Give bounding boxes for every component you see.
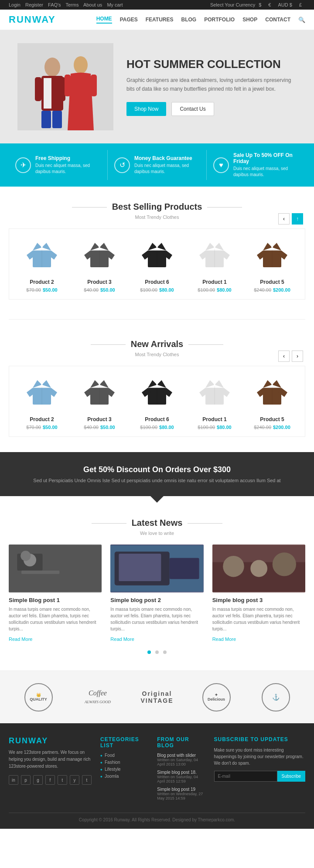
brand-anchor: ⚓: [256, 682, 295, 712]
product-card[interactable]: Product 1$100.00$80.00: [188, 235, 241, 293]
header: RUNWAY HOME PAGES FEATURES BLOG PORTFOLI…: [0, 10, 314, 30]
product-name: Product 2: [16, 416, 68, 422]
news-text-3: In massa turpis omare nec commodo non, a…: [212, 606, 305, 632]
product-price: $100.00$80.00: [188, 287, 241, 293]
new-arrivals-header: New Arrivals Most Trendy Clothes: [9, 339, 305, 357]
top-bar: Login Register FAQ's Terms About us My c…: [0, 0, 314, 10]
nav-features[interactable]: FEATURES: [146, 17, 174, 23]
currency-aud[interactable]: AUD $: [278, 2, 292, 7]
best-selling-subtitle: Most Trendy Clothes: [9, 214, 305, 220]
dot-3[interactable]: [163, 650, 167, 654]
product-name: Product 3: [73, 279, 126, 285]
product-card[interactable]: Product 6$100.00$80.00: [131, 373, 183, 430]
currency-usd[interactable]: $: [259, 2, 261, 7]
register-link[interactable]: Register: [25, 2, 43, 7]
product-card[interactable]: Product 5$240.00$200.00: [246, 235, 298, 293]
next-button[interactable]: ↑: [292, 213, 303, 225]
best-selling-nav: ‹ ↑: [278, 213, 303, 225]
sale-text: Duis nec aliquet massa, sed dapibus maur…: [233, 166, 299, 178]
footer-grid: RUNWAY We are 123store partners. We focu…: [9, 736, 305, 804]
social-youtube[interactable]: y: [70, 775, 79, 785]
news-image-1: [9, 545, 102, 592]
product-card[interactable]: Product 3$40.00$50.00: [73, 235, 126, 293]
svg-rect-88: [119, 554, 161, 581]
subscribe-text: Make sure you dont miss interesting happ…: [214, 747, 305, 766]
product-image: [188, 373, 241, 412]
terms-link[interactable]: Terms: [65, 2, 78, 7]
moneyback-title: Money Back Guarantee: [134, 155, 200, 161]
login-link[interactable]: Login: [9, 2, 20, 7]
news-grid: Simple Blog post 1 In massa turpis omare…: [9, 545, 305, 642]
email-input[interactable]: [214, 771, 277, 782]
hero-content: HOT SUMMER COLLECTION Graphic designers …: [113, 58, 297, 116]
faq-link[interactable]: FAQ's: [48, 2, 61, 7]
product-card[interactable]: Product 6$100.00$80.00: [131, 235, 183, 293]
nav-portfolio[interactable]: PORTFOLIO: [204, 17, 235, 23]
logo-part2: WAY: [32, 14, 56, 25]
product-card[interactable]: Product 3$40.00$50.00: [73, 373, 126, 430]
hero-buttons: Shop Now Contact Us: [126, 102, 297, 116]
currency-gbp[interactable]: £: [299, 2, 302, 7]
nav-pages[interactable]: PAGES: [120, 17, 138, 23]
logo[interactable]: RUNWAY: [9, 14, 56, 25]
product-name: Product 6: [131, 416, 183, 422]
arrivals-next-button[interactable]: ›: [292, 351, 303, 362]
read-more-3[interactable]: Read More: [212, 637, 236, 642]
social-google[interactable]: g: [33, 775, 43, 785]
svg-rect-7: [52, 111, 62, 128]
product-name: Product 2: [16, 279, 68, 285]
product-card[interactable]: Product 2$70.00$50.00: [16, 373, 68, 430]
product-price: $70.00$50.00: [16, 425, 68, 430]
news-title-2: Simple blog post 2: [110, 597, 203, 603]
brand-quality: 👑QUALITY: [19, 682, 58, 712]
news-card-1: Simple Blog post 1 In massa turpis omare…: [9, 545, 102, 642]
social-twitter[interactable]: t: [58, 775, 67, 785]
category-food: Food: [100, 753, 148, 758]
svg-rect-84: [21, 571, 59, 574]
carousel-dots: [9, 649, 305, 655]
footer: RUNWAY We are 123store partners. We focu…: [0, 723, 314, 829]
about-link[interactable]: About us: [83, 2, 102, 7]
product-price: $40.00$50.00: [73, 287, 126, 293]
product-price: $100.00$80.00: [131, 287, 183, 293]
latest-news-subtitle: We love to write: [9, 531, 305, 536]
blog-post-title-2: Simple blog post 18.: [157, 770, 205, 775]
product-image: [188, 235, 241, 275]
social-linkedin[interactable]: in: [9, 775, 18, 785]
product-card[interactable]: Product 2$70.00$50.00: [16, 235, 68, 293]
footer-blog: FROM OUR BLOG Blog post with slider Writ…: [157, 736, 205, 804]
blog-item-3: Simple blog post 19 Written on Wednesday…: [157, 787, 205, 800]
cart-link[interactable]: My cart: [107, 2, 123, 7]
nav-blog[interactable]: BLOG: [181, 17, 197, 23]
hero-image: [17, 43, 113, 130]
subscribe-button[interactable]: Subscribe: [277, 771, 305, 782]
hero-title: HOT SUMMER COLLECTION: [126, 58, 297, 71]
social-pinterest[interactable]: p: [21, 775, 31, 785]
social-tumblr[interactable]: t: [82, 775, 92, 785]
read-more-2[interactable]: Read More: [110, 637, 134, 642]
social-facebook[interactable]: f: [45, 775, 55, 785]
search-icon[interactable]: 🔍: [298, 17, 305, 23]
dot-2[interactable]: [155, 650, 159, 654]
news-text-2: In massa turpis omare nec commodo non, a…: [110, 606, 203, 632]
currency-eur[interactable]: €: [268, 2, 271, 7]
prev-button[interactable]: ‹: [278, 213, 290, 225]
contact-us-button[interactable]: Contact Us: [171, 102, 214, 116]
product-name: Product 3: [73, 416, 126, 422]
nav-shop[interactable]: SHOP: [242, 17, 257, 23]
brand-coffee: CoffeeALWAYS GOOD: [78, 682, 117, 712]
nav-contact[interactable]: CONTACT: [265, 17, 290, 23]
best-selling-section: Best Selling Products Most Trendy Clothe…: [0, 187, 314, 315]
read-more-1[interactable]: Read More: [9, 637, 32, 642]
promo-title: Get 50% Discount On Orders Over $300: [9, 465, 305, 474]
product-card[interactable]: Product 1$100.00$80.00: [188, 373, 241, 430]
footer-bottom: Copyright © 2016 Runway. All Rights Rese…: [9, 813, 305, 822]
shop-now-button[interactable]: Shop Now: [126, 102, 166, 116]
new-arrivals-products: ‹ › Product 2$70.00$50.00Product 3$40.00…: [9, 366, 305, 437]
shipping-text: Duis nec aliquet massa, sed dapibus maur…: [35, 163, 101, 175]
product-card[interactable]: Product 5$240.00$200.00: [246, 373, 298, 430]
nav-home[interactable]: HOME: [96, 16, 112, 24]
dot-1[interactable]: [147, 650, 151, 654]
shipping-icon: ✈: [15, 157, 31, 173]
arrivals-prev-button[interactable]: ‹: [278, 351, 290, 362]
